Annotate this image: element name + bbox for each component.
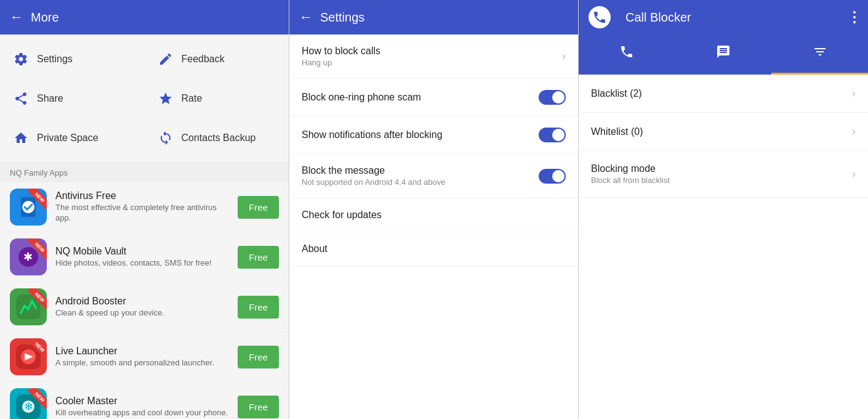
list-item: ❄ NEW Cooler Master Kill overheating app… — [0, 382, 289, 419]
share-label: Share — [37, 93, 63, 104]
how-to-block-content: How to block calls Hang up — [302, 46, 562, 67]
right-title: Call Blocker — [625, 10, 851, 25]
menu-item-rate[interactable]: Rate — [145, 79, 289, 118]
app-info: Antivirus Free The most effective & comp… — [55, 190, 233, 224]
tab-message[interactable] — [675, 35, 772, 75]
settings-item-about[interactable]: About — [289, 232, 578, 266]
menu-item-contacts-backup[interactable]: Contacts Backup — [145, 118, 289, 158]
app-desc: Clean & speed up your device. — [55, 308, 233, 319]
blocking-mode-content: Blocking mode Block all from blacklist — [591, 163, 852, 185]
list-item: NEW Antivirus Free The most effective & … — [0, 182, 289, 232]
whitelist-item[interactable]: Whitelist (0) › — [579, 113, 868, 151]
about-content: About — [302, 243, 566, 254]
cooler-icon: ❄ NEW — [10, 388, 47, 419]
more-options-button[interactable] — [851, 9, 858, 26]
app-desc: Kill overheating apps and cool down your… — [55, 408, 233, 418]
how-to-block-title: How to block calls — [302, 46, 562, 57]
booster-icon: NEW — [10, 288, 47, 325]
free-button[interactable]: Free — [238, 396, 279, 418]
middle-back-button[interactable]: ← — [299, 9, 313, 25]
menu-item-feedback[interactable]: Feedback — [145, 39, 289, 79]
tab-filter[interactable] — [771, 35, 868, 75]
phone-tab-icon — [619, 44, 634, 63]
share-icon — [12, 90, 30, 107]
app-info: NQ Mobile Vault Hide photos, videos, con… — [55, 246, 233, 269]
app-name: Cooler Master — [55, 396, 233, 407]
menu-item-share[interactable]: Share — [0, 79, 145, 118]
list-item: NEW Live Launcher A simple, smooth and p… — [0, 332, 289, 382]
settings-item-block-one-ring[interactable]: Block one-ring phone scam — [289, 79, 578, 116]
back-button[interactable]: ← — [10, 9, 23, 25]
chevron-icon: › — [562, 50, 566, 63]
contacts-backup-label: Contacts Backup — [182, 132, 256, 144]
message-tab-icon — [716, 44, 731, 63]
show-notifications-content: Show notifications after blocking — [302, 129, 539, 140]
free-button[interactable]: Free — [238, 346, 279, 368]
blacklist-item[interactable]: Blacklist (2) › — [579, 75, 868, 113]
contacts-backup-icon — [157, 129, 174, 147]
show-notifications-toggle[interactable] — [539, 128, 566, 142]
call-blocker-logo — [589, 6, 611, 28]
free-button[interactable]: Free — [238, 296, 279, 319]
block-one-ring-toggle[interactable] — [539, 90, 566, 105]
rate-icon — [157, 90, 174, 107]
blocking-mode-title: Blocking mode — [591, 163, 852, 174]
vault-icon: ✱ NEW — [10, 238, 47, 275]
whitelist-content: Whitelist (0) — [591, 126, 852, 137]
middle-title: Settings — [320, 10, 568, 25]
settings-list: How to block calls Hang up › Block one-r… — [289, 35, 578, 419]
private-space-label: Private Space — [37, 132, 98, 144]
app-info: Live Launcher A simple, smooth and perso… — [55, 346, 233, 368]
blacklist-content: Blacklist (2) — [591, 88, 852, 99]
settings-icon — [12, 51, 30, 68]
feedback-icon — [157, 51, 174, 68]
blocking-mode-chevron: › — [852, 168, 856, 181]
rate-label: Rate — [182, 93, 203, 104]
check-updates-title: Check for updates — [302, 210, 566, 221]
list-item: ✱ NEW NQ Mobile Vault Hide photos, video… — [0, 232, 289, 282]
settings-item-block-message[interactable]: Block the message Not supported on Andro… — [289, 154, 578, 198]
app-name: NQ Mobile Vault — [55, 246, 233, 257]
list-item: NEW Android Booster Clean & speed up you… — [0, 282, 289, 332]
whitelist-title: Whitelist (0) — [591, 126, 852, 137]
free-button[interactable]: Free — [238, 246, 279, 269]
app-info: Cooler Master Kill overheating apps and … — [55, 396, 233, 418]
block-one-ring-content: Block one-ring phone scam — [302, 92, 539, 103]
antivirus-icon: NEW — [10, 189, 47, 226]
left-panel: ← More Settings Feedback Share Rate — [0, 0, 289, 419]
tab-phone[interactable] — [579, 35, 675, 75]
menu-item-private-space[interactable]: Private Space — [0, 118, 145, 158]
toggle-on-icon — [539, 128, 566, 142]
section-label: NQ Family Apps — [10, 168, 68, 177]
block-message-toggle[interactable] — [539, 169, 566, 184]
launcher-icon: NEW — [10, 338, 47, 375]
block-message-title: Block the message — [302, 165, 539, 176]
blacklist-chevron: › — [852, 87, 856, 100]
block-message-content: Block the message Not supported on Andro… — [302, 165, 539, 187]
left-title: More — [31, 10, 279, 25]
app-desc: Hide photos, videos, contacts, SMS for f… — [55, 258, 233, 269]
right-header: Call Blocker — [579, 0, 868, 35]
settings-item-show-notifications[interactable]: Show notifications after blocking — [289, 116, 578, 154]
how-to-block-subtitle: Hang up — [302, 58, 562, 67]
app-desc: The most effective & completely free ant… — [55, 203, 233, 224]
app-name: Android Booster — [55, 296, 233, 307]
menu-item-settings[interactable]: Settings — [0, 39, 145, 79]
blocking-mode-item[interactable]: Blocking mode Block all from blacklist › — [579, 151, 868, 198]
block-one-ring-title: Block one-ring phone scam — [302, 92, 539, 103]
app-info: Android Booster Clean & speed up your de… — [55, 296, 233, 319]
toggle-on-icon — [539, 90, 566, 105]
free-button[interactable]: Free — [238, 196, 279, 219]
right-panel: Call Blocker Blacklist (2) › — [579, 0, 868, 419]
settings-item-check-updates[interactable]: Check for updates — [289, 198, 578, 232]
whitelist-chevron: › — [852, 125, 856, 138]
app-name: Antivirus Free — [55, 190, 233, 201]
settings-item-how-to-block[interactable]: How to block calls Hang up › — [289, 35, 578, 79]
call-blocker-tabs — [579, 35, 868, 75]
app-name: Live Launcher — [55, 346, 233, 357]
toggle-on-icon — [539, 169, 566, 184]
middle-panel: ← Settings How to block calls Hang up › … — [289, 0, 579, 419]
block-message-subtitle: Not supported on Android 4.4 and above — [302, 177, 539, 187]
app-list: NEW Antivirus Free The most effective & … — [0, 182, 289, 419]
app-desc: A simple, smooth and personalized launch… — [55, 358, 233, 368]
